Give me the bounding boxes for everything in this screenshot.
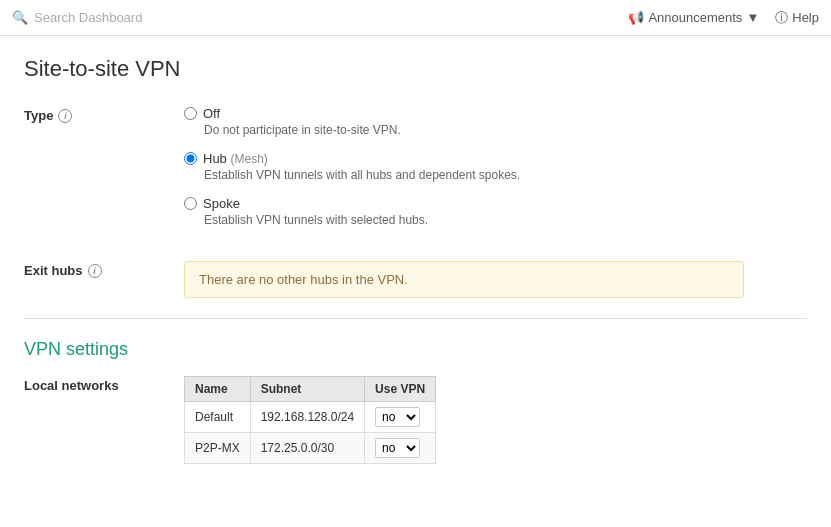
row-1-subnet: 172.25.0.0/30 bbox=[250, 433, 364, 464]
networks-table: Name Subnet Use VPN Default 192.168.128.… bbox=[184, 376, 436, 464]
option-hub-row[interactable]: Hub (Mesh) bbox=[184, 151, 807, 166]
option-hub-desc: Establish VPN tunnels with all hubs and … bbox=[204, 168, 807, 182]
announcements-label: Announcements bbox=[648, 10, 742, 25]
networks-table-head: Name Subnet Use VPN bbox=[185, 377, 436, 402]
help-label: Help bbox=[792, 10, 819, 25]
search-placeholder: Search Dashboard bbox=[34, 10, 142, 25]
no-hubs-info-box: There are no other hubs in the VPN. bbox=[184, 261, 744, 298]
radio-off[interactable] bbox=[184, 107, 197, 120]
option-spoke-row[interactable]: Spoke bbox=[184, 196, 807, 211]
col-use-vpn: Use VPN bbox=[365, 377, 436, 402]
option-spoke-desc: Establish VPN tunnels with selected hubs… bbox=[204, 213, 807, 227]
row-1-use-vpn-select[interactable]: no yes bbox=[375, 438, 420, 458]
row-1-name: P2P-MX bbox=[185, 433, 251, 464]
row-0-name: Default bbox=[185, 402, 251, 433]
option-off-row[interactable]: Off bbox=[184, 106, 807, 121]
networks-table-body: Default 192.168.128.0/24 no yes P2P-MX bbox=[185, 402, 436, 464]
search-icon: 🔍 bbox=[12, 10, 28, 25]
announcements-icon: 📢 bbox=[628, 10, 644, 25]
type-label: Type i bbox=[24, 106, 184, 123]
option-off: Off Do not participate in site-to-site V… bbox=[184, 106, 807, 137]
type-section: Type i Off Do not participate in site-to… bbox=[24, 106, 807, 241]
row-0-subnet: 192.168.128.0/24 bbox=[250, 402, 364, 433]
help-icon: ⓘ bbox=[775, 9, 788, 27]
page-title: Site-to-site VPN bbox=[24, 56, 807, 82]
section-divider bbox=[24, 318, 807, 319]
option-spoke-label: Spoke bbox=[203, 196, 240, 211]
radio-hub[interactable] bbox=[184, 152, 197, 165]
col-name: Name bbox=[185, 377, 251, 402]
local-networks-label: Local networks bbox=[24, 376, 184, 393]
nav-links: 📢 Announcements ▼ ⓘ Help bbox=[628, 9, 819, 27]
radio-spoke[interactable] bbox=[184, 197, 197, 210]
option-off-label: Off bbox=[203, 106, 220, 121]
type-info-icon[interactable]: i bbox=[58, 109, 72, 123]
row-1-use-vpn: no yes bbox=[365, 433, 436, 464]
option-hub-label: Hub (Mesh) bbox=[203, 151, 268, 166]
top-navigation: 🔍 Search Dashboard 📢 Announcements ▼ ⓘ H… bbox=[0, 0, 831, 36]
table-row: Default 192.168.128.0/24 no yes bbox=[185, 402, 436, 433]
networks-header-row: Name Subnet Use VPN bbox=[185, 377, 436, 402]
search-area[interactable]: 🔍 Search Dashboard bbox=[12, 10, 142, 25]
exit-hubs-label: Exit hubs i bbox=[24, 261, 184, 278]
option-spoke: Spoke Establish VPN tunnels with selecte… bbox=[184, 196, 807, 227]
announcements-chevron-icon: ▼ bbox=[746, 10, 759, 25]
exit-hubs-content: There are no other hubs in the VPN. bbox=[184, 261, 807, 298]
table-row: P2P-MX 172.25.0.0/30 no yes bbox=[185, 433, 436, 464]
col-subnet: Subnet bbox=[250, 377, 364, 402]
vpn-settings-section: VPN settings Local networks Name Subnet … bbox=[24, 339, 807, 464]
announcements-link[interactable]: 📢 Announcements ▼ bbox=[628, 10, 759, 25]
exit-hubs-info-icon[interactable]: i bbox=[88, 264, 102, 278]
help-link[interactable]: ⓘ Help bbox=[775, 9, 819, 27]
vpn-settings-title: VPN settings bbox=[24, 339, 807, 360]
row-0-use-vpn-select[interactable]: no yes bbox=[375, 407, 420, 427]
exit-hubs-section: Exit hubs i There are no other hubs in t… bbox=[24, 261, 807, 298]
local-networks-section: Local networks Name Subnet Use VPN Defau… bbox=[24, 376, 807, 464]
option-hub: Hub (Mesh) Establish VPN tunnels with al… bbox=[184, 151, 807, 182]
main-content: Site-to-site VPN Type i Off Do not parti… bbox=[0, 36, 831, 504]
row-0-use-vpn: no yes bbox=[365, 402, 436, 433]
type-options: Off Do not participate in site-to-site V… bbox=[184, 106, 807, 241]
local-networks-content: Name Subnet Use VPN Default 192.168.128.… bbox=[184, 376, 807, 464]
option-off-desc: Do not participate in site-to-site VPN. bbox=[204, 123, 807, 137]
